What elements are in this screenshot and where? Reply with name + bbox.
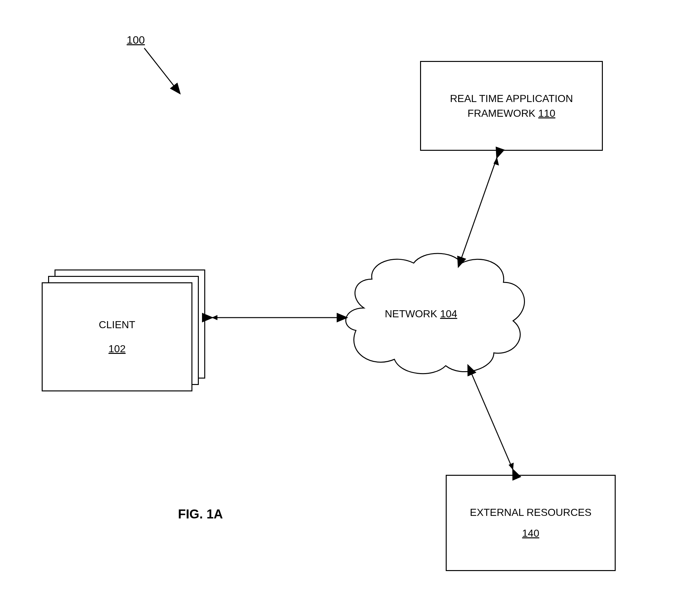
client-label: CLIENT [99, 318, 135, 332]
svg-marker-1 [211, 315, 218, 320]
network-label-container: NETWORK 104 [385, 308, 457, 320]
network-label: NETWORK [385, 308, 438, 319]
svg-marker-2 [494, 157, 499, 166]
node-external: EXTERNAL RESOURCES 140 [446, 475, 616, 571]
framework-line1: REAL TIME APPLICATION [450, 91, 573, 106]
svg-marker-3 [508, 463, 514, 470]
external-label: EXTERNAL RESOURCES [470, 505, 591, 520]
figure-ref-number: 100 [127, 34, 145, 46]
figure-caption: FIG. 1A [178, 507, 223, 521]
framework-line2: FRAMEWORK 110 [468, 106, 555, 121]
svg-line-0 [144, 48, 180, 93]
edge-framework-network [458, 157, 497, 266]
node-client: CLIENT 102 [42, 282, 192, 391]
client-number: 102 [108, 342, 125, 356]
diagram-canvas: 100 REAL TIME APPLICATION FRAMEWORK FRAM… [0, 0, 700, 598]
external-number: 140 [522, 526, 539, 541]
edge-external-network [468, 366, 513, 470]
network-number: 104 [440, 308, 457, 319]
framework-text-overlay: REAL TIME APPLICATION FRAMEWORK 110 [420, 61, 603, 151]
